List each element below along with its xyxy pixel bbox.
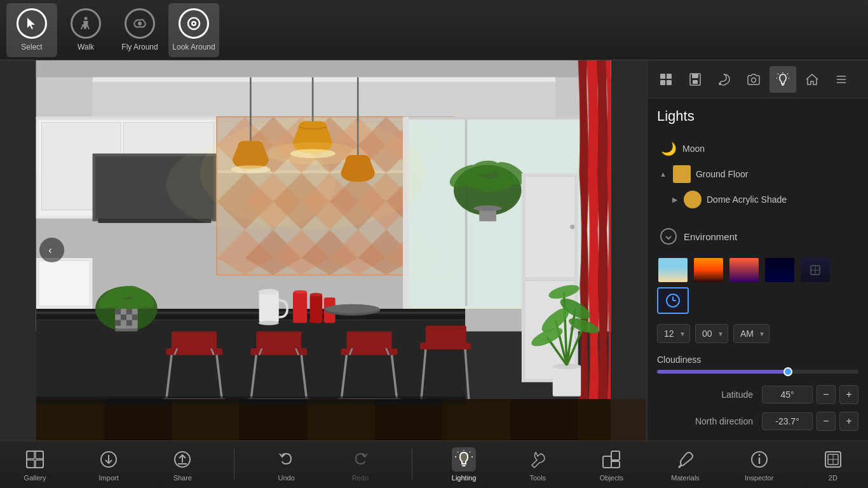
preset-alt[interactable] — [799, 257, 831, 283]
svg-rect-97 — [172, 332, 217, 349]
walk-label: Walk — [78, 43, 94, 51]
cloudiness-slider[interactable] — [657, 370, 858, 374]
svg-point-56 — [473, 205, 501, 211]
svg-rect-122 — [442, 399, 510, 440]
2d-label: 2D — [829, 474, 837, 482]
svg-rect-121 — [307, 399, 375, 440]
redo-icon — [348, 447, 372, 471]
svg-rect-78 — [132, 315, 138, 320]
objects-label: Objects — [600, 474, 623, 482]
svg-point-143 — [166, 139, 336, 229]
share-button[interactable]: Share — [160, 447, 205, 482]
preset-dusk[interactable] — [728, 257, 760, 283]
north-direction-increase-btn[interactable]: + — [839, 412, 858, 431]
north-direction-label: North direction — [657, 416, 753, 426]
preset-clock[interactable] — [657, 287, 689, 314]
svg-line-185 — [458, 452, 458, 452]
svg-line-159 — [787, 74, 788, 74]
cloudiness-fill — [657, 370, 788, 374]
svg-rect-47 — [465, 119, 468, 306]
light-item-moon[interactable]: 🌙 Moon — [657, 136, 858, 161]
svg-rect-173 — [27, 451, 34, 459]
latitude-decrease-btn[interactable]: − — [817, 385, 836, 404]
main-area: ‹ — [0, 60, 868, 440]
2d-button[interactable]: 2D — [811, 447, 855, 482]
right-panel: Lights 🌙 Moon ▲ Ground Floor ▶ — [647, 60, 868, 440]
preset-night[interactable] — [764, 257, 796, 283]
svg-rect-111 — [346, 332, 391, 349]
preset-day-inner — [658, 258, 688, 282]
walk-button[interactable]: Walk — [60, 3, 111, 57]
undo-button[interactable]: Undo — [264, 447, 309, 482]
materials-button[interactable]: Materials — [663, 447, 708, 482]
environment-header[interactable]: Environment — [657, 222, 858, 250]
list-panel-btn[interactable] — [828, 66, 855, 93]
svg-point-0 — [85, 17, 88, 20]
objects-button[interactable]: Objects — [589, 447, 634, 482]
moon-label: Moon — [682, 144, 705, 154]
objects-icon — [599, 447, 623, 471]
preset-day[interactable] — [657, 257, 689, 283]
light-item-ground-floor[interactable]: ▲ Ground Floor — [657, 161, 858, 187]
environment-presets — [657, 257, 858, 314]
dome-icon — [684, 191, 702, 208]
camera-panel-btn[interactable] — [740, 66, 767, 93]
share-icon — [170, 447, 194, 471]
hour-select[interactable]: 12 1234 5678 91011 — [658, 325, 689, 342]
svg-rect-19 — [98, 219, 211, 223]
north-direction-row: North direction -23.7° − + — [657, 412, 858, 431]
preset-night-inner — [765, 258, 794, 282]
redo-label: Redo — [352, 474, 369, 482]
svg-rect-117 — [426, 326, 466, 344]
svg-point-1 — [138, 22, 142, 25]
svg-text:‹: ‹ — [48, 245, 51, 255]
light-item-dome[interactable]: ▶ Dome Acrylic Shade — [670, 187, 858, 212]
gallery-button[interactable]: Gallery — [13, 447, 57, 482]
latitude-label: Latitude — [657, 390, 753, 400]
expand-arrow: ▲ — [660, 170, 667, 178]
north-direction-decrease-btn[interactable]: − — [817, 412, 836, 431]
svg-rect-152 — [693, 80, 698, 84]
fly-around-button[interactable]: Fly Around — [114, 3, 165, 57]
home-panel-btn[interactable] — [799, 66, 825, 93]
objects-panel-btn[interactable] — [653, 66, 679, 93]
svg-rect-9 — [93, 78, 556, 82]
select-button[interactable]: Select — [6, 3, 57, 57]
inspector-icon — [747, 447, 771, 471]
latitude-increase-btn[interactable]: + — [839, 385, 858, 404]
svg-point-4 — [193, 23, 195, 25]
svg-rect-189 — [603, 456, 611, 468]
environment-toggle-icon — [660, 227, 677, 245]
panel-icon-row — [648, 60, 868, 98]
import-button[interactable]: Import — [86, 447, 131, 482]
viewport[interactable]: ‹ — [0, 60, 647, 440]
gallery-icon — [23, 447, 47, 471]
svg-point-194 — [758, 454, 760, 456]
panel-title: Lights — [657, 108, 858, 125]
svg-rect-85 — [293, 292, 307, 323]
share-label: Share — [173, 474, 192, 482]
cloudiness-thumb[interactable] — [783, 367, 792, 376]
look-around-button[interactable]: Look Around — [168, 3, 219, 57]
preset-sunset[interactable] — [693, 257, 724, 283]
svg-rect-147 — [667, 74, 672, 79]
inspector-label: Inspector — [745, 474, 773, 482]
period-select[interactable]: AM PM — [734, 325, 769, 342]
lighting-label: Lighting — [452, 474, 477, 482]
ground-floor-label: Ground Floor — [696, 169, 748, 179]
fly-around-icon — [125, 8, 155, 39]
minute-select[interactable]: 00 153045 — [696, 325, 728, 342]
paint-panel-btn[interactable] — [711, 66, 738, 93]
2d-icon — [821, 447, 845, 471]
svg-point-128 — [570, 225, 574, 229]
svg-rect-124 — [36, 396, 465, 405]
light-panel-btn[interactable] — [770, 66, 796, 93]
materials-label: Materials — [671, 474, 700, 482]
tools-button[interactable]: Tools — [515, 447, 560, 482]
north-direction-value: -23.7° — [762, 412, 813, 430]
select-label: Select — [21, 43, 42, 51]
inspector-button[interactable]: Inspector — [737, 447, 782, 482]
save-panel-btn[interactable] — [682, 66, 709, 93]
redo-button[interactable]: Redo — [338, 447, 383, 482]
lighting-button[interactable]: Lighting — [442, 447, 486, 482]
